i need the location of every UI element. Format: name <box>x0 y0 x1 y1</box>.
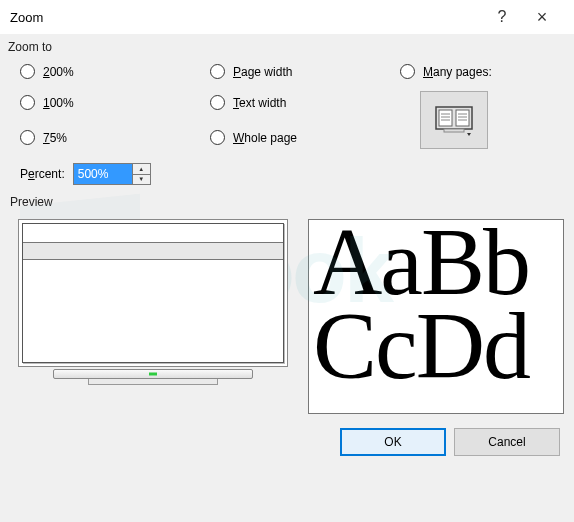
radio-75-percent[interactable]: 75% 75% <box>20 130 210 145</box>
preview-label: Preview <box>10 195 564 209</box>
radio-200-percent[interactable]: 200% 200% <box>20 64 210 79</box>
window-title: Zoom <box>10 10 43 25</box>
radio-page-width[interactable]: Page width Page width <box>210 64 400 79</box>
radio-100-percent[interactable]: 100% 100% <box>20 95 210 110</box>
cancel-button[interactable]: Cancel <box>454 428 560 456</box>
svg-marker-10 <box>467 133 471 136</box>
titlebar: Zoom ? × <box>0 0 574 34</box>
percent-spinner-up[interactable]: ▲ <box>133 164 150 175</box>
svg-rect-1 <box>439 110 452 126</box>
many-pages-icon <box>434 103 474 137</box>
svg-rect-9 <box>444 129 464 132</box>
radio-many-pages[interactable]: Many pages: Many pages: <box>400 64 564 79</box>
ok-button[interactable]: OK <box>340 428 446 456</box>
preview-sample-text: AaBb CcDd <box>308 219 564 414</box>
preview-monitor <box>8 219 298 391</box>
radio-icon <box>400 64 415 79</box>
radio-icon <box>210 95 225 110</box>
percent-spinner[interactable]: ▲ ▼ <box>73 163 151 185</box>
zoom-to-group: 200% 200% Page width Page width Many pag… <box>6 60 564 157</box>
radio-icon <box>210 130 225 145</box>
radio-icon <box>20 95 35 110</box>
percent-spinner-down[interactable]: ▼ <box>133 175 150 185</box>
radio-text-width[interactable]: Text width Text width <box>210 95 400 110</box>
percent-input[interactable] <box>74 164 132 184</box>
radio-whole-page[interactable]: Whole page Whole page <box>210 130 400 145</box>
radio-icon <box>20 64 35 79</box>
zoom-to-group-label: Zoom to <box>8 40 564 54</box>
svg-rect-2 <box>456 110 469 126</box>
radio-icon <box>20 130 35 145</box>
many-pages-picker-button[interactable] <box>420 91 488 149</box>
percent-label: Percent: <box>20 167 65 181</box>
radio-icon <box>210 64 225 79</box>
close-button[interactable]: × <box>522 7 562 28</box>
sample-line-2: CcDd <box>313 298 563 394</box>
help-button[interactable]: ? <box>482 8 522 26</box>
